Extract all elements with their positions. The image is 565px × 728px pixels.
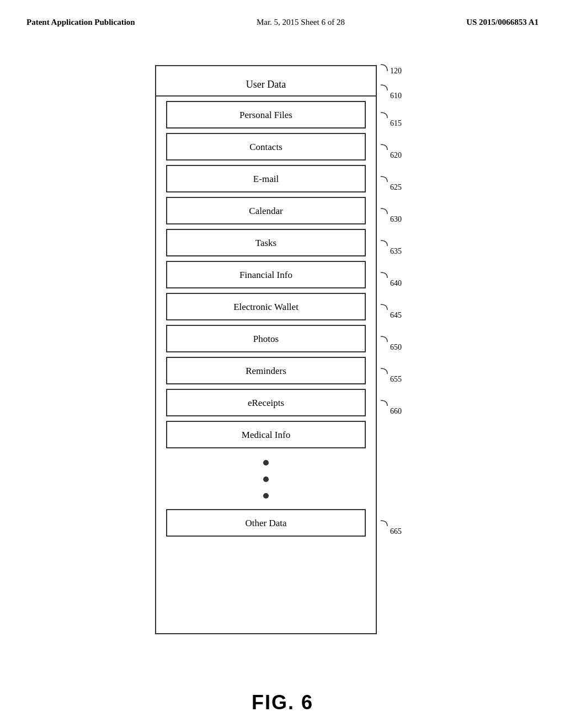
diagram-svg: User Data 120 610 Personal Files 615 Con… bbox=[150, 60, 459, 656]
patent-header-left: Patent Application Publication bbox=[26, 18, 135, 27]
svg-text:User Data: User Data bbox=[246, 79, 286, 90]
svg-point-37 bbox=[263, 460, 269, 465]
svg-text:Contacts: Contacts bbox=[249, 142, 282, 152]
svg-point-38 bbox=[263, 477, 269, 482]
svg-text:Electronic Wallet: Electronic Wallet bbox=[233, 302, 299, 312]
svg-text:645: 645 bbox=[390, 311, 402, 319]
svg-text:640: 640 bbox=[390, 279, 402, 287]
patent-header-center: Mar. 5, 2015 Sheet 6 of 28 bbox=[257, 18, 345, 27]
svg-text:120: 120 bbox=[390, 67, 402, 75]
patent-header-right: US 2015/0066853 A1 bbox=[466, 18, 539, 27]
svg-text:610: 610 bbox=[390, 92, 402, 100]
svg-text:615: 615 bbox=[390, 119, 402, 127]
svg-text:Calendar: Calendar bbox=[249, 206, 283, 216]
diagram-container: User Data 120 610 Personal Files 615 Con… bbox=[0, 60, 565, 658]
svg-text:E-mail: E-mail bbox=[253, 174, 279, 184]
svg-text:Medical Info: Medical Info bbox=[242, 430, 290, 440]
svg-text:635: 635 bbox=[390, 247, 402, 255]
svg-text:Financial Info: Financial Info bbox=[239, 270, 292, 280]
svg-text:Photos: Photos bbox=[253, 334, 279, 344]
svg-text:Other Data: Other Data bbox=[245, 518, 287, 528]
svg-text:620: 620 bbox=[390, 151, 402, 159]
svg-text:660: 660 bbox=[390, 407, 402, 415]
svg-text:Reminders: Reminders bbox=[246, 366, 286, 376]
svg-text:650: 650 bbox=[390, 343, 402, 351]
patent-header: Patent Application Publication Mar. 5, 2… bbox=[0, 0, 565, 27]
svg-text:Personal Files: Personal Files bbox=[239, 110, 292, 120]
svg-text:630: 630 bbox=[390, 215, 402, 223]
svg-point-39 bbox=[263, 493, 269, 499]
diagram-inner: User Data 120 610 Personal Files 615 Con… bbox=[150, 60, 415, 658]
svg-text:eReceipts: eReceipts bbox=[248, 398, 284, 408]
svg-text:655: 655 bbox=[390, 375, 402, 383]
svg-text:625: 625 bbox=[390, 183, 402, 191]
svg-text:665: 665 bbox=[390, 527, 402, 536]
figure-label: FIG. 6 bbox=[0, 691, 565, 714]
svg-text:Tasks: Tasks bbox=[255, 238, 276, 248]
